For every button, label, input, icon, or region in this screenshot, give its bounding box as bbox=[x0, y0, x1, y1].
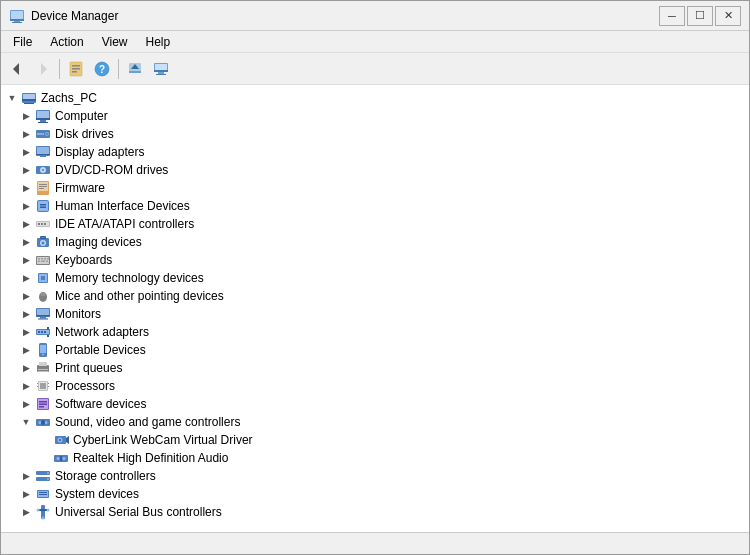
tree-item-icon bbox=[35, 144, 51, 160]
tree-expand-icon[interactable]: ▶ bbox=[19, 469, 33, 483]
menu-help[interactable]: Help bbox=[138, 33, 179, 51]
device-tree[interactable]: ▼ Zachs_PC ▶Computer▶Disk drives▶Display… bbox=[1, 85, 749, 532]
svg-rect-28 bbox=[36, 118, 50, 120]
svg-rect-2 bbox=[10, 19, 24, 21]
tree-item-icon bbox=[53, 432, 69, 448]
tree-item[interactable]: ▶Monitors bbox=[1, 305, 749, 323]
tree-item[interactable]: ▶Memory technology devices bbox=[1, 269, 749, 287]
tree-item-label: Sound, video and game controllers bbox=[55, 415, 240, 429]
tree-expand-icon[interactable]: ▶ bbox=[19, 145, 33, 159]
menu-view[interactable]: View bbox=[94, 33, 136, 51]
tree-expand-icon[interactable]: ▶ bbox=[19, 379, 33, 393]
forward-button[interactable] bbox=[31, 57, 55, 81]
svg-rect-100 bbox=[48, 383, 49, 384]
tree-expand-icon[interactable]: ▶ bbox=[19, 505, 33, 519]
tree-item-label: Firmware bbox=[55, 181, 105, 195]
tree-item-label: Computer bbox=[55, 109, 108, 123]
tree-item-label: Display adapters bbox=[55, 145, 144, 159]
title-bar: Device Manager ─ ☐ ✕ bbox=[1, 1, 749, 31]
svg-rect-67 bbox=[38, 261, 40, 263]
tree-item[interactable]: ▶Network adapters bbox=[1, 323, 749, 341]
svg-rect-20 bbox=[156, 74, 166, 75]
tree-item[interactable]: ▶Display adapters bbox=[1, 143, 749, 161]
menu-file[interactable]: File bbox=[5, 33, 40, 51]
tree-expand-icon[interactable]: ▶ bbox=[19, 307, 33, 321]
toolbar-separator-1 bbox=[59, 59, 60, 79]
tree-item[interactable]: ▶Processors bbox=[1, 377, 749, 395]
svg-rect-106 bbox=[39, 406, 44, 408]
svg-rect-10 bbox=[72, 71, 77, 73]
tree-expand-icon[interactable]: ▶ bbox=[19, 361, 33, 375]
tree-item-label: Mice and other pointing devices bbox=[55, 289, 224, 303]
svg-rect-1 bbox=[11, 11, 23, 19]
tree-item[interactable]: ▶Print queues bbox=[1, 359, 749, 377]
svg-rect-98 bbox=[37, 383, 38, 384]
svg-point-33 bbox=[46, 133, 48, 135]
tree-item[interactable]: ▶Firmware bbox=[1, 179, 749, 197]
svg-rect-86 bbox=[47, 327, 49, 330]
tree-expand-icon[interactable]: ▶ bbox=[19, 127, 33, 141]
tree-expand-icon[interactable]: ▶ bbox=[19, 397, 33, 411]
tree-children: ▶Computer▶Disk drives▶Display adapters▶D… bbox=[1, 107, 749, 521]
help-button[interactable]: ? bbox=[90, 57, 114, 81]
tree-item[interactable]: ▶Computer bbox=[1, 107, 749, 125]
root-expand[interactable]: ▼ bbox=[5, 91, 19, 105]
back-button[interactable] bbox=[5, 57, 29, 81]
tree-expand-icon[interactable]: ▶ bbox=[19, 199, 33, 213]
svg-rect-64 bbox=[41, 258, 43, 260]
tree-item[interactable]: ▶System devices bbox=[1, 485, 749, 503]
maximize-button[interactable]: ☐ bbox=[687, 6, 713, 26]
update-driver-button[interactable] bbox=[123, 57, 147, 81]
tree-item[interactable]: ▼Sound, video and game controllers bbox=[1, 413, 749, 431]
svg-rect-46 bbox=[39, 188, 44, 189]
minimize-button[interactable]: ─ bbox=[659, 6, 685, 26]
tree-expand-icon[interactable]: ▶ bbox=[19, 253, 33, 267]
tree-expand-icon[interactable]: ▶ bbox=[19, 235, 33, 249]
tree-expand-icon[interactable] bbox=[37, 433, 51, 447]
tree-expand-icon[interactable]: ▶ bbox=[19, 289, 33, 303]
properties-button[interactable] bbox=[64, 57, 88, 81]
tree-item[interactable]: ▶Human Interface Devices bbox=[1, 197, 749, 215]
svg-point-90 bbox=[42, 354, 44, 356]
tree-expand-icon[interactable]: ▶ bbox=[19, 343, 33, 357]
tree-item[interactable]: ▶Imaging devices bbox=[1, 233, 749, 251]
svg-rect-89 bbox=[40, 345, 46, 353]
tree-expand-icon[interactable] bbox=[37, 451, 51, 465]
svg-rect-14 bbox=[129, 71, 141, 73]
tree-expand-icon[interactable]: ▶ bbox=[19, 163, 33, 177]
menu-action[interactable]: Action bbox=[42, 33, 91, 51]
tree-root[interactable]: ▼ Zachs_PC bbox=[1, 89, 749, 107]
tree-item[interactable]: ▶Universal Serial Bus controllers bbox=[1, 503, 749, 521]
tree-item[interactable]: ▶Storage controllers bbox=[1, 467, 749, 485]
close-button[interactable]: ✕ bbox=[715, 6, 741, 26]
tree-expand-icon[interactable]: ▼ bbox=[19, 415, 33, 429]
tree-expand-icon[interactable]: ▶ bbox=[19, 271, 33, 285]
svg-rect-9 bbox=[72, 68, 80, 70]
tree-item[interactable]: ▶Software devices bbox=[1, 395, 749, 413]
svg-point-123 bbox=[47, 478, 49, 480]
tree-item[interactable]: ▶DVD/CD-ROM drives bbox=[1, 161, 749, 179]
svg-point-131 bbox=[47, 509, 50, 512]
svg-rect-101 bbox=[48, 386, 49, 387]
tree-item-label: Universal Serial Bus controllers bbox=[55, 505, 222, 519]
tree-item-label: Print queues bbox=[55, 361, 122, 375]
tree-expand-icon[interactable]: ▶ bbox=[19, 181, 33, 195]
tree-item[interactable]: ▶IDE ATA/ATAPI controllers bbox=[1, 215, 749, 233]
tree-item[interactable]: ▶Mice and other pointing devices bbox=[1, 287, 749, 305]
svg-rect-68 bbox=[41, 261, 45, 263]
tree-item[interactable]: ▶Portable Devices bbox=[1, 341, 749, 359]
tree-expand-icon[interactable]: ▶ bbox=[19, 325, 33, 339]
tree-item[interactable]: ▶Keyboards bbox=[1, 251, 749, 269]
svg-rect-63 bbox=[38, 258, 40, 260]
tree-item[interactable]: CyberLink WebCam Virtual Driver bbox=[1, 431, 749, 449]
tree-expand-icon[interactable]: ▶ bbox=[19, 487, 33, 501]
tree-item[interactable]: ▶Disk drives bbox=[1, 125, 749, 143]
svg-rect-37 bbox=[36, 154, 50, 155]
tree-item[interactable]: Realtek High Definition Audio bbox=[1, 449, 749, 467]
tree-item-icon bbox=[35, 306, 51, 322]
svg-rect-34 bbox=[37, 133, 44, 135]
svg-marker-6 bbox=[41, 63, 47, 75]
tree-expand-icon[interactable]: ▶ bbox=[19, 217, 33, 231]
tree-expand-icon[interactable]: ▶ bbox=[19, 109, 33, 123]
monitor-button[interactable] bbox=[149, 57, 173, 81]
